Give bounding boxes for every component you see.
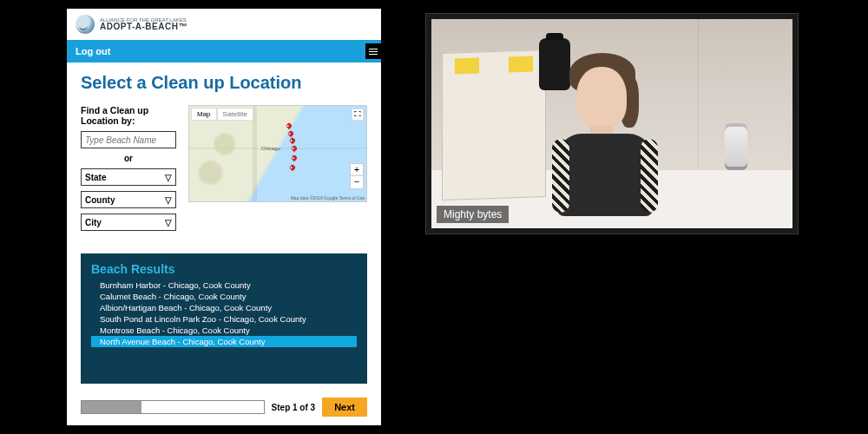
topbar: Log out — [67, 40, 381, 62]
video-tile[interactable]: Mighty bytes — [425, 13, 799, 234]
list-item[interactable]: Calumet Beach - Chicago, Cook County — [91, 291, 357, 302]
map-pin-icon[interactable] — [291, 145, 298, 152]
beach-name-input[interactable] — [81, 131, 176, 148]
flipchart-clip — [455, 58, 479, 75]
map-pin-icon[interactable] — [287, 129, 294, 136]
brand-logo-icon — [76, 15, 95, 34]
map-pin-icon[interactable] — [289, 164, 296, 171]
city-select[interactable]: City ▽ — [81, 214, 176, 231]
beach-results-panel: Beach Results Burnham Harbor - Chicago, … — [81, 253, 367, 384]
wall-edge — [698, 19, 699, 170]
wizard-footer: Step 1 of 3 Next — [67, 391, 381, 417]
location-map[interactable]: Map Satellite ⛶ Chicago + − Map data ©20… — [188, 105, 367, 202]
hamburger-menu-icon[interactable] — [365, 43, 381, 59]
list-item[interactable]: North Avenue Beach - Chicago, Cook Count… — [91, 336, 357, 347]
find-label: Find a Clean up Location by: — [81, 105, 176, 126]
video-feed: Mighty bytes — [431, 19, 792, 228]
flipchart-clip — [509, 56, 533, 73]
map-pin-icon[interactable] — [291, 155, 298, 161]
list-item[interactable]: Burnham Harbor - Chicago, Cook County — [91, 279, 357, 291]
city-select-label: City — [85, 218, 102, 227]
list-item[interactable]: Montrose Beach - Chicago, Cook County — [91, 325, 357, 336]
participant-name-tag: Mighty bytes — [437, 206, 509, 223]
next-button[interactable]: Next — [322, 398, 367, 417]
brand-text: ALLIANCE FOR THE GREAT LAKES ADOPT-A-BEA… — [100, 17, 187, 31]
find-controls: Find a Clean up Location by: or State ▽ … — [81, 105, 176, 236]
chevron-down-icon: ▽ — [165, 195, 172, 205]
chevron-down-icon: ▽ — [165, 218, 172, 227]
map-pin-icon[interactable] — [289, 137, 296, 144]
speaker-device — [725, 123, 747, 170]
progress-fill — [82, 401, 141, 413]
step-label: Step 1 of 3 — [272, 403, 316, 412]
brand-name: ADOPT-A-BEACH™ — [100, 23, 187, 31]
results-list: Burnham Harbor - Chicago, Cook County Ca… — [91, 279, 357, 347]
page-title: Select a Clean up Location — [81, 73, 367, 93]
progress-bar — [81, 400, 265, 414]
map-city-label: Chicago — [261, 146, 280, 151]
adopt-a-beach-window: ALLIANCE FOR THE GREAT LAKES ADOPT-A-BEA… — [67, 9, 381, 425]
map-tab-satellite[interactable]: Satellite — [217, 108, 253, 121]
list-item[interactable]: Albion/Hartigan Beach - Chicago, Cook Co… — [91, 302, 357, 313]
zoom-out-button[interactable]: − — [351, 176, 363, 188]
list-item[interactable]: South Pond at Lincoln Park Zoo - Chicago… — [91, 313, 357, 325]
logout-link[interactable]: Log out — [76, 46, 110, 56]
map-tab-map[interactable]: Map — [191, 108, 217, 121]
state-select-label: State — [85, 173, 106, 182]
map-attribution: Map data ©2019 Google Terms of Use — [291, 195, 365, 201]
chevron-down-icon: ▽ — [165, 173, 172, 182]
state-select[interactable]: State ▽ — [81, 168, 176, 186]
county-select[interactable]: County ▽ — [81, 191, 176, 208]
zoom-in-button[interactable]: + — [351, 164, 363, 176]
county-select-label: County — [85, 195, 115, 205]
app-header: ALLIANCE FOR THE GREAT LAKES ADOPT-A-BEA… — [67, 9, 381, 40]
map-type-tabs[interactable]: Map Satellite — [191, 108, 253, 121]
map-pin-icon[interactable] — [286, 122, 293, 129]
fullscreen-icon[interactable]: ⛶ — [352, 108, 364, 121]
content-area: Select a Clean up Location Find a Clean … — [67, 62, 381, 391]
or-separator: or — [81, 154, 176, 163]
results-heading: Beach Results — [91, 262, 357, 276]
find-row: Find a Clean up Location by: or State ▽ … — [81, 105, 367, 236]
map-zoom-control: + − — [350, 163, 364, 189]
participant-figure — [540, 51, 670, 216]
flipchart — [442, 49, 546, 201]
